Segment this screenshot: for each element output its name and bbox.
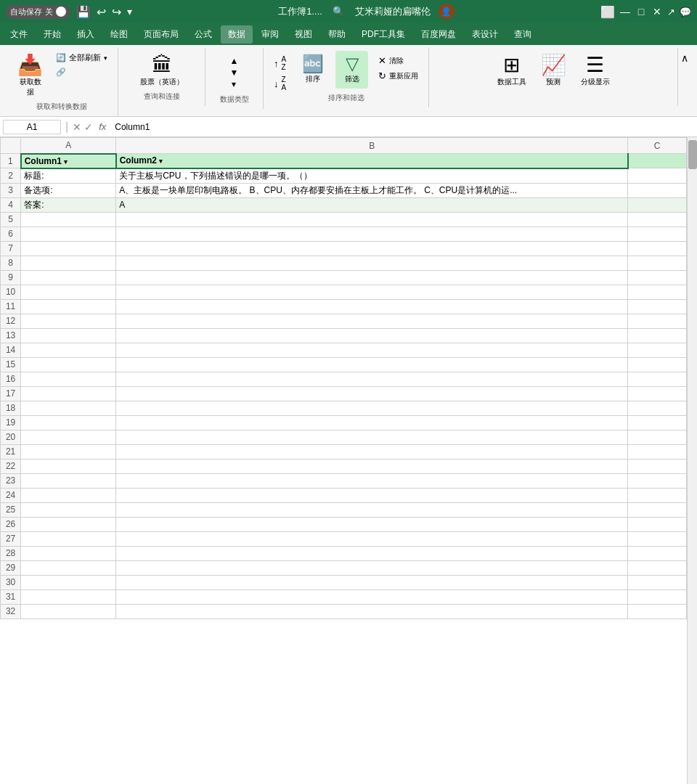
cell-B28[interactable] bbox=[116, 546, 628, 560]
cell-C26[interactable] bbox=[628, 517, 687, 531]
cell-B14[interactable] bbox=[116, 343, 628, 357]
menu-baidu[interactable]: 百度网盘 bbox=[414, 25, 463, 44]
menu-formula[interactable]: 公式 bbox=[187, 25, 219, 44]
cell-A7[interactable] bbox=[21, 241, 116, 256]
menu-home[interactable]: 开始 bbox=[36, 25, 68, 44]
cell-B22[interactable] bbox=[116, 459, 628, 473]
sort-za-btn[interactable]: ↓ ZA bbox=[269, 74, 290, 93]
cell-A21[interactable] bbox=[21, 444, 116, 459]
cell-C15[interactable] bbox=[628, 357, 687, 372]
cell-B10[interactable] bbox=[116, 285, 628, 299]
cell-A26[interactable] bbox=[21, 517, 116, 531]
cell-C13[interactable] bbox=[628, 328, 687, 343]
cell-C29[interactable] bbox=[628, 560, 687, 575]
cell-C28[interactable] bbox=[628, 546, 687, 560]
cell-B17[interactable] bbox=[116, 386, 628, 401]
vertical-scrollbar[interactable] bbox=[687, 137, 697, 784]
scroll-up-icon[interactable]: ▲ bbox=[230, 56, 239, 66]
cell-C11[interactable] bbox=[628, 299, 687, 314]
cell-C19[interactable] bbox=[628, 415, 687, 430]
cell-A24[interactable] bbox=[21, 488, 116, 502]
connections-btn[interactable]: 🔗 bbox=[52, 66, 112, 78]
cell-A10[interactable] bbox=[21, 285, 116, 299]
cell-C32[interactable] bbox=[628, 604, 687, 618]
col-header-B[interactable]: B bbox=[116, 138, 628, 154]
cell-C21[interactable] bbox=[628, 444, 687, 459]
cell-C16[interactable] bbox=[628, 372, 687, 386]
refresh-all-btn[interactable]: 🔄 全部刷新 ▾ bbox=[52, 51, 112, 65]
user-avatar[interactable]: 👤 bbox=[439, 4, 455, 20]
menu-draw[interactable]: 绘图 bbox=[103, 25, 135, 44]
cell-C22[interactable] bbox=[628, 459, 687, 473]
cell-A12[interactable] bbox=[21, 314, 116, 328]
menu-query[interactable]: 查询 bbox=[507, 25, 539, 44]
cell-C6[interactable] bbox=[628, 226, 687, 241]
col-header-C[interactable]: C bbox=[628, 138, 687, 154]
maximize-btn[interactable]: □ bbox=[635, 6, 647, 17]
expand-icon[interactable]: ▾ bbox=[232, 79, 236, 89]
cell-A20[interactable] bbox=[21, 430, 116, 444]
cell-B9[interactable] bbox=[116, 270, 628, 285]
cell-B5[interactable] bbox=[116, 212, 628, 226]
formula-input[interactable] bbox=[112, 121, 694, 134]
sort-az-btn[interactable]: ↑ AZ bbox=[269, 54, 290, 73]
cell-A25[interactable] bbox=[21, 502, 116, 517]
cell-C20[interactable] bbox=[628, 430, 687, 444]
menu-help[interactable]: 帮助 bbox=[321, 25, 353, 44]
clear-filter-btn[interactable]: ✕ 清除 bbox=[374, 54, 423, 68]
filter-btn[interactable]: ▽ 筛选 bbox=[335, 51, 368, 89]
cell-C25[interactable] bbox=[628, 502, 687, 517]
cell-reference-input[interactable] bbox=[3, 120, 61, 134]
cell-C9[interactable] bbox=[628, 270, 687, 285]
sort-btn[interactable]: 🔤 排序 bbox=[296, 51, 330, 89]
cell-C10[interactable] bbox=[628, 285, 687, 299]
cell-C3[interactable] bbox=[628, 183, 687, 197]
cell-C12[interactable] bbox=[628, 314, 687, 328]
cell-A23[interactable] bbox=[21, 473, 116, 488]
cell-A9[interactable] bbox=[21, 270, 116, 285]
cell-A15[interactable] bbox=[21, 357, 116, 372]
cell-A18[interactable] bbox=[21, 401, 116, 415]
cell-C14[interactable] bbox=[628, 343, 687, 357]
cell-A4[interactable]: 答案: bbox=[21, 197, 116, 212]
col-header-A[interactable]: A bbox=[21, 138, 116, 154]
cell-C4[interactable] bbox=[628, 197, 687, 212]
cell-B4[interactable]: A bbox=[116, 197, 628, 212]
cell-A31[interactable] bbox=[21, 589, 116, 604]
cell-B8[interactable] bbox=[116, 256, 628, 270]
cell-A27[interactable] bbox=[21, 531, 116, 546]
cell-B32[interactable] bbox=[116, 604, 628, 618]
cell-A17[interactable] bbox=[21, 386, 116, 401]
forecast-btn[interactable]: 📈 预测 bbox=[535, 51, 572, 91]
cell-A32[interactable] bbox=[21, 604, 116, 618]
menu-data[interactable]: 数据 bbox=[221, 25, 253, 44]
cell-A30[interactable] bbox=[21, 575, 116, 589]
filter-arrow-A[interactable]: ▾ bbox=[62, 158, 68, 166]
stocks-btn[interactable]: 🏛 股票（英语） bbox=[134, 51, 189, 91]
cell-B30[interactable] bbox=[116, 575, 628, 589]
cell-A2[interactable]: 标题: bbox=[21, 168, 116, 184]
cell-B6[interactable] bbox=[116, 226, 628, 241]
cell-B13[interactable] bbox=[116, 328, 628, 343]
cell-B7[interactable] bbox=[116, 241, 628, 256]
cell-B26[interactable] bbox=[116, 517, 628, 531]
cell-C18[interactable] bbox=[628, 401, 687, 415]
cell-B29[interactable] bbox=[116, 560, 628, 575]
cell-A1[interactable]: Column1 ▾ bbox=[21, 154, 116, 168]
cell-B12[interactable] bbox=[116, 314, 628, 328]
formula-cancel-icon[interactable]: ✕ bbox=[73, 121, 81, 133]
data-tools-btn[interactable]: ⊞ 数据工具 bbox=[492, 51, 532, 91]
outline-btn[interactable]: ☰ 分级显示 bbox=[575, 51, 616, 91]
autosave-toggle[interactable]: 自动保存 关 bbox=[6, 5, 70, 19]
cell-A5[interactable] bbox=[21, 212, 116, 226]
cell-C8[interactable] bbox=[628, 256, 687, 270]
cell-B19[interactable] bbox=[116, 415, 628, 430]
menu-pdf[interactable]: PDF工具集 bbox=[354, 25, 412, 44]
collapse-ribbon-btn[interactable]: ∧ bbox=[678, 51, 691, 65]
cell-A29[interactable] bbox=[21, 560, 116, 575]
cell-A13[interactable] bbox=[21, 328, 116, 343]
search-icon[interactable]: 🔍 bbox=[333, 6, 344, 17]
cell-A8[interactable] bbox=[21, 256, 116, 270]
toolbar-forward[interactable]: ↪ bbox=[112, 5, 121, 19]
cell-C2[interactable] bbox=[628, 168, 687, 184]
